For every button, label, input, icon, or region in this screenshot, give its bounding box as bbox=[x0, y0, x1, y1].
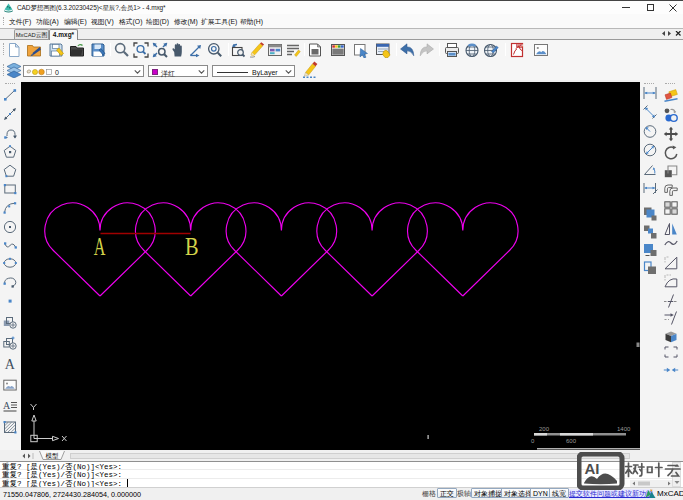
svg-text:B: B bbox=[185, 232, 199, 259]
svg-text:A: A bbox=[3, 400, 11, 411]
svg-text:AI: AI bbox=[585, 460, 600, 477]
svg-text:0: 0 bbox=[531, 437, 535, 443]
svg-text:A: A bbox=[5, 357, 16, 372]
svg-text:1400: 1400 bbox=[617, 425, 631, 431]
svg-text:600: 600 bbox=[566, 437, 577, 443]
svg-text:A: A bbox=[94, 233, 106, 259]
svg-text:200: 200 bbox=[539, 425, 550, 431]
